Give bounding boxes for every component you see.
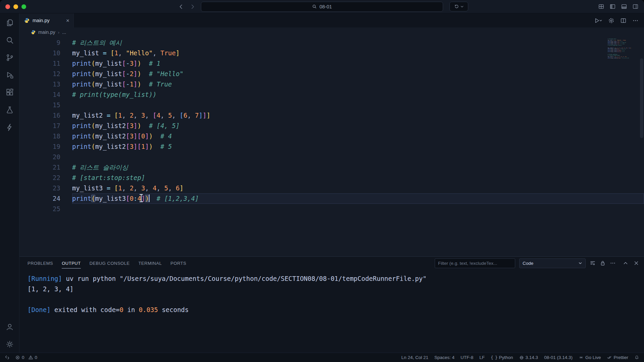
lock-icon[interactable]: [600, 260, 606, 266]
line-number: 21: [19, 162, 72, 173]
code-line: 18print(my_list2[3][0]) # 4: [19, 131, 644, 141]
run-debug-icon[interactable]: [5, 70, 14, 79]
tab-terminal[interactable]: TERMINAL: [139, 258, 162, 268]
python-interpreter[interactable]: 3.14.3: [519, 355, 538, 360]
line-number: 22: [19, 173, 72, 183]
more-actions-icon[interactable]: [632, 17, 639, 24]
more-actions-icon[interactable]: [610, 260, 616, 266]
problems-status[interactable]: 0 0: [15, 355, 37, 360]
search-icon[interactable]: [5, 36, 14, 45]
code-line: 23my_list3 = [1, 2, 3, 4, 5, 6]: [19, 183, 644, 193]
code-lines: 9# 리스트의 예시10my_list = [1, "Hello", True]…: [19, 38, 644, 214]
output-filter-input[interactable]: [435, 258, 515, 268]
output-console[interactable]: [Running] uv run python "/Users/suya/Doc…: [19, 269, 644, 353]
tab-ports[interactable]: PORTS: [170, 258, 186, 268]
line-number: 19: [19, 141, 72, 152]
close-panel-icon[interactable]: [633, 260, 639, 266]
search-value: 08-01: [319, 4, 332, 9]
window-controls: [0, 4, 26, 9]
breadcrumb-more[interactable]: ...: [62, 29, 66, 35]
code-line: 20: [19, 152, 644, 162]
remote-indicator[interactable]: [5, 355, 10, 360]
code-line: 13print(my_list[-1]) # True: [19, 79, 644, 89]
output-line: [28, 294, 644, 305]
customize-layout-icon[interactable]: [598, 3, 604, 10]
language-mode[interactable]: { } Python: [491, 355, 513, 360]
output-line: [Running] uv run python "/Users/suya/Doc…: [28, 274, 644, 284]
output-channel-select[interactable]: Code: [519, 258, 586, 268]
encoding[interactable]: UTF-8: [461, 355, 473, 360]
line-number: 16: [19, 110, 72, 121]
indentation[interactable]: Spaces: 4: [434, 355, 454, 360]
maximize-panel-icon[interactable]: [623, 260, 629, 266]
warning-count: 0: [35, 355, 38, 360]
line-number: 13: [19, 79, 72, 89]
globe-icon: [519, 355, 524, 360]
settings-gear-icon[interactable]: [5, 340, 14, 349]
search-icon: [312, 4, 317, 9]
panel-tab-bar: PROBLEMS OUTPUT DEBUG CONSOLE TERMINAL P…: [19, 257, 644, 269]
line-number: 15: [19, 100, 72, 110]
split-editor-icon[interactable]: [620, 17, 627, 24]
close-window-button[interactable]: [5, 4, 10, 9]
notifications-bell-icon[interactable]: [634, 355, 639, 360]
navigate-forward-icon[interactable]: [189, 3, 196, 10]
code-line: 25: [19, 204, 644, 214]
line-number: 12: [19, 69, 72, 79]
python-file-icon: [31, 30, 36, 35]
cursor-position[interactable]: Ln 24, Col 21: [401, 355, 428, 360]
line-number: 20: [19, 152, 72, 162]
python-file-icon: [24, 18, 30, 23]
account-icon[interactable]: [5, 322, 14, 331]
extensions-icon[interactable]: [5, 88, 14, 97]
fullscreen-window-button[interactable]: [21, 4, 26, 9]
source-control-icon[interactable]: [5, 53, 14, 62]
line-number: 25: [19, 204, 72, 214]
run-python-file-icon[interactable]: [594, 17, 602, 24]
toggle-panel-icon[interactable]: [621, 3, 627, 10]
code-line: 16my_list2 = [1, 2, 3, [4, 5, [6, 7]]]: [19, 110, 644, 121]
go-live-button[interactable]: Go Live: [579, 355, 601, 360]
python-environment[interactable]: 08-01 (3.14.3): [544, 355, 573, 360]
breadcrumb: main.py › ...: [19, 27, 644, 37]
vscode-window: 08-01: [0, 0, 644, 362]
line-number: 23: [19, 183, 72, 193]
chevron-right-icon: ›: [58, 30, 59, 35]
code-line: 11print(my_list[-3]) # 1: [19, 58, 644, 69]
explorer-icon[interactable]: [5, 18, 14, 27]
editor-scrollbar[interactable]: [640, 58, 643, 138]
minimize-window-button[interactable]: [13, 4, 18, 9]
code-line: 12print(my_list[-2]) # "Hello": [19, 69, 644, 79]
navigate-back-icon[interactable]: [178, 3, 184, 10]
line-number: 17: [19, 121, 72, 131]
line-number: 9: [19, 38, 72, 48]
chatgpt-icon[interactable]: [608, 17, 614, 24]
error-icon: [15, 355, 20, 360]
toggle-primary-sidebar-icon[interactable]: [609, 3, 616, 10]
tab-main-py[interactable]: main.py ×: [19, 13, 74, 27]
refresh-icon: [454, 4, 459, 9]
code-line: 15: [19, 100, 644, 110]
close-tab-icon[interactable]: ×: [66, 18, 69, 23]
code-editor[interactable]: 9# 리스트의 예시10my_list = [1, "Hello", True]…: [19, 37, 644, 256]
line-number: 11: [19, 58, 72, 69]
output-channel-value: Code: [523, 261, 533, 266]
line-number: 24: [19, 193, 72, 204]
toggle-secondary-sidebar-icon[interactable]: [632, 3, 639, 10]
tab-output[interactable]: OUTPUT: [62, 258, 80, 268]
session-toggle-button[interactable]: [449, 2, 468, 11]
tab-debug-console[interactable]: DEBUG CONSOLE: [90, 258, 130, 268]
line-number: 18: [19, 131, 72, 141]
testing-icon[interactable]: [5, 105, 14, 114]
chevron-down-icon: [578, 261, 582, 265]
double-check-icon: [607, 355, 612, 360]
tab-problems[interactable]: PROBLEMS: [28, 258, 53, 268]
breadcrumb-file[interactable]: main.py: [38, 29, 55, 35]
status-bar: 0 0 Ln 24, Col 21 Spaces: 4 UTF-8 LF { }…: [0, 353, 644, 362]
prettier-status[interactable]: Prettier: [607, 355, 628, 360]
scroll-lock-icon[interactable]: [590, 260, 596, 266]
command-center-search[interactable]: 08-01: [201, 2, 443, 12]
eol-sequence[interactable]: LF: [479, 355, 485, 360]
lightning-icon[interactable]: [5, 123, 14, 132]
warning-icon: [28, 355, 33, 360]
